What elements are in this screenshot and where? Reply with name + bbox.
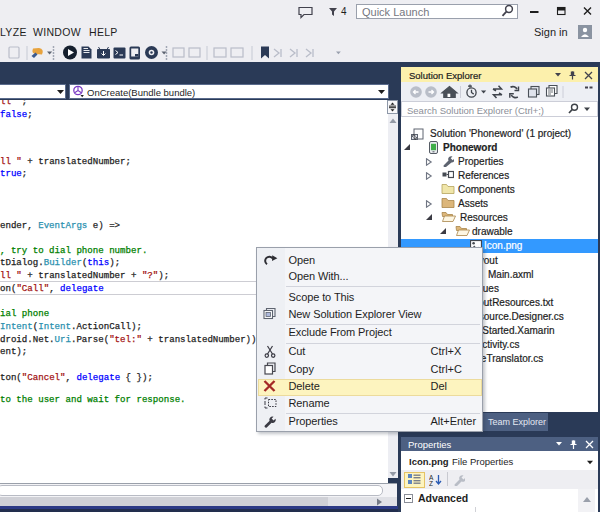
svg-text:Z: Z xyxy=(429,480,433,486)
